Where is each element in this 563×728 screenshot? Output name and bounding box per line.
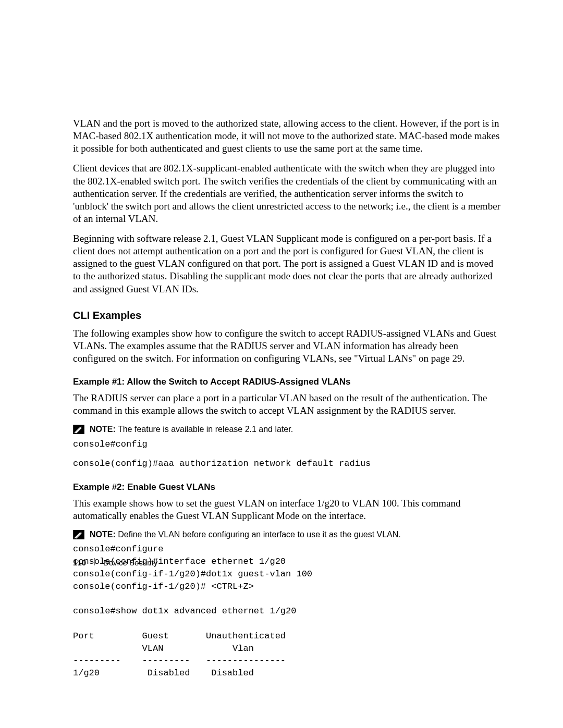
- section-title: Device Security: [103, 558, 157, 567]
- body-paragraph: Beginning with software release 2.1, Gue…: [73, 232, 500, 295]
- note-label: NOTE:: [90, 425, 116, 434]
- example-2-paragraph: This example shows how to set the guest …: [73, 497, 500, 522]
- body-paragraph: Client devices that are 802.1X-supplican…: [73, 162, 500, 225]
- heading-example-1: Example #1: Allow the Switch to Accept R…: [73, 376, 500, 388]
- footer-separator: [94, 558, 95, 565]
- note-text: NOTE: The feature is available in releas…: [90, 424, 293, 435]
- page-footer: 110 Device Security: [73, 558, 157, 567]
- code-block: console#config: [73, 438, 500, 451]
- note-pencil-icon: [73, 530, 84, 539]
- note-row: NOTE: The feature is available in releas…: [73, 424, 500, 435]
- heading-cli-examples: CLI Examples: [73, 309, 500, 322]
- note-label: NOTE:: [90, 530, 116, 539]
- note-pencil-icon: [73, 425, 84, 434]
- note-body: Define the VLAN before configuring an in…: [118, 530, 401, 539]
- page: VLAN and the port is moved to the author…: [0, 0, 563, 728]
- page-number: 110: [73, 558, 86, 567]
- note-body: The feature is available in release 2.1 …: [118, 425, 293, 434]
- example-1-paragraph: The RADIUS server can place a port in a …: [73, 392, 500, 417]
- cli-intro-paragraph: The following examples show how to confi…: [73, 327, 500, 365]
- code-block: console(config)#aaa authorization networ…: [73, 458, 500, 470]
- body-paragraph: VLAN and the port is moved to the author…: [73, 117, 500, 155]
- note-text: NOTE: Define the VLAN before configuring…: [90, 529, 401, 540]
- note-row: NOTE: Define the VLAN before configuring…: [73, 529, 500, 540]
- heading-example-2: Example #2: Enable Guest VLANs: [73, 482, 500, 493]
